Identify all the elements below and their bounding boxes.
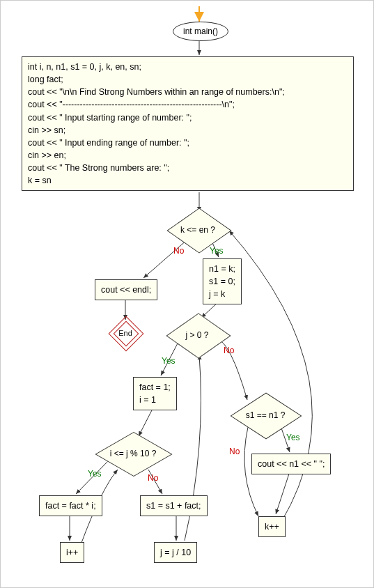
init-block-text: int i, n, n1, s1 = 0, j, k, en, sn; long… [28, 62, 285, 185]
edge-label-no: No [229, 447, 240, 456]
cout-endl-block: cout << endl; [95, 279, 157, 300]
edge-label-no: No [148, 473, 158, 483]
fact-mul-text: fact = fact * i; [45, 501, 96, 511]
cond-s1: s1 == n1 ? [234, 398, 297, 433]
edge-label-yes: Yes [162, 356, 176, 366]
jdiv-text: j = j / 10 [160, 548, 191, 557]
kpp-block: k++ [258, 516, 286, 537]
start-label: int main() [183, 26, 218, 36]
svg-line-8 [139, 406, 154, 436]
cout-n1-text: cout << n1 << " "; [258, 459, 325, 469]
cond-i: i <= j % 10 ? [98, 436, 168, 471]
assign-text: n1 = k; s1 = 0; j = k [209, 264, 235, 299]
cond-outer-text: k <= en ? [170, 225, 226, 235]
fact-init-block: fact = 1; i = 1 [133, 377, 177, 410]
assign-block: n1 = k; s1 = 0; j = k [203, 258, 242, 304]
s1-add-block: s1 = s1 + fact; [140, 495, 208, 516]
cout-n1-block: cout << n1 << " "; [251, 454, 331, 474]
edge-label-yes: Yes [88, 469, 102, 479]
edge-label-yes: Yes [286, 433, 300, 442]
end-node: End [114, 321, 137, 345]
ipp-block: i++ [60, 542, 84, 563]
init-block: int i, n, n1, s1 = 0, j, k, en, sn; long… [22, 56, 354, 191]
fact-init-text: fact = 1; i = 1 [139, 382, 171, 405]
s1-add-text: s1 = s1 + fact; [146, 501, 201, 511]
edge-label-no: No [173, 246, 184, 256]
svg-line-14 [276, 472, 290, 514]
cond-j: j > 0 ? [169, 318, 225, 353]
cond-s1-text: s1 == n1 ? [234, 410, 297, 420]
cond-i-text: i <= j % 10 ? [98, 449, 168, 458]
cond-j-text: j > 0 ? [169, 330, 225, 340]
jdiv-block: j = j / 10 [154, 542, 197, 563]
edge-label-yes: Yes [210, 246, 224, 256]
cout-endl-text: cout << endl; [101, 285, 151, 295]
edge-label-no: No [224, 346, 234, 355]
cond-outer-loop: k <= en ? [170, 212, 226, 247]
kpp-text: k++ [265, 522, 279, 532]
ipp-text: i++ [66, 548, 78, 557]
end-text: End [114, 329, 137, 337]
fact-mul-block: fact = fact * i; [39, 495, 102, 516]
start-node: int main() [173, 22, 228, 41]
